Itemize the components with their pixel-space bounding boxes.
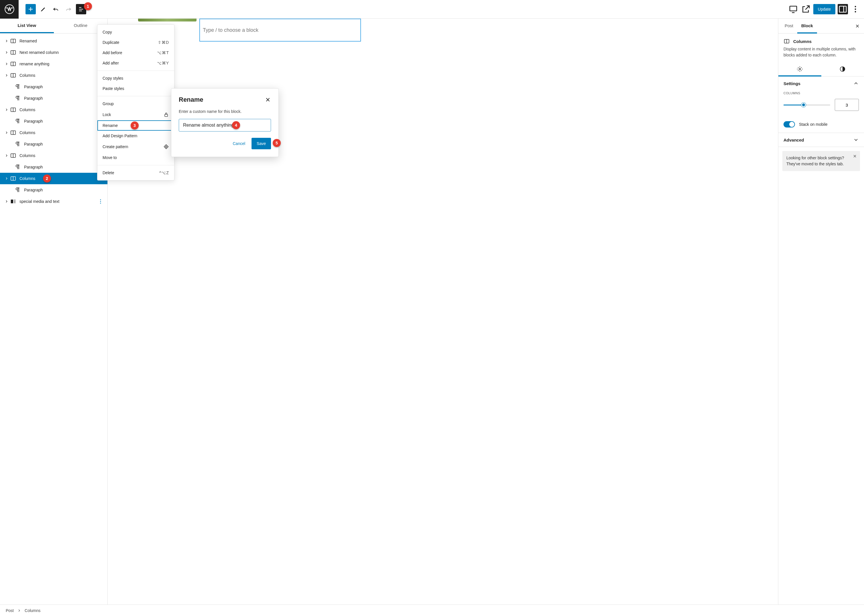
ctx-rename[interactable]: Rename 3 xyxy=(97,120,174,130)
modal-cancel-button[interactable]: Cancel xyxy=(231,138,247,149)
annotation-badge-1: 1 xyxy=(84,2,92,10)
paragraph-icon xyxy=(14,163,21,170)
columns-icon xyxy=(10,152,17,159)
modal-close-button[interactable] xyxy=(265,97,271,103)
chevron-down-icon[interactable] xyxy=(853,137,859,143)
tree-row-columns[interactable]: Columns xyxy=(0,70,107,81)
tree-row-media[interactable]: special media and text xyxy=(0,196,107,207)
ctx-move-to[interactable]: Move to xyxy=(97,152,174,163)
topbar-right: Update xyxy=(788,4,864,14)
tree-row-columns[interactable]: Columns xyxy=(0,104,107,115)
modal-save-button[interactable]: Save xyxy=(251,138,271,149)
wordpress-logo[interactable] xyxy=(0,0,19,19)
block-tree: RenamedNext renamed columnrename anythin… xyxy=(0,33,107,605)
options-button[interactable] xyxy=(850,4,861,14)
block-settings-panel: Post Block Columns Display content in mu… xyxy=(778,19,864,605)
ctx-add-before[interactable]: Add before⌥⌘T xyxy=(97,47,174,58)
more-vertical-icon xyxy=(850,4,861,14)
wordpress-icon xyxy=(5,4,14,14)
ctx-copy-styles[interactable]: Copy styles xyxy=(97,73,174,83)
ctx-copy[interactable]: Copy xyxy=(97,27,174,37)
columns-icon xyxy=(10,49,17,56)
expand-toggle[interactable] xyxy=(3,39,10,43)
subtab-styles[interactable] xyxy=(821,63,864,77)
subtab-settings[interactable] xyxy=(778,63,821,77)
paragraph-icon xyxy=(14,187,21,193)
paragraph-icon xyxy=(14,95,21,102)
ctx-add-design-pattern[interactable]: Add Design Pattern xyxy=(97,130,174,141)
tree-row-label: Paragraph xyxy=(24,119,43,124)
tab-post[interactable]: Post xyxy=(781,19,797,33)
tree-row-columns[interactable]: Columns2 xyxy=(0,173,107,184)
tab-block[interactable]: Block xyxy=(797,19,817,33)
tree-row-label: Columns xyxy=(19,176,35,181)
expand-toggle[interactable] xyxy=(3,176,10,181)
left-tabs: List View Outline xyxy=(0,19,107,33)
update-button[interactable]: Update xyxy=(813,4,835,14)
redo-icon xyxy=(65,6,72,13)
svg-point-6 xyxy=(855,11,856,13)
ctx-create-pattern[interactable]: Create pattern xyxy=(97,141,174,152)
tree-row-paragraph[interactable]: Paragraph xyxy=(0,93,107,104)
expand-toggle[interactable] xyxy=(3,62,10,66)
list-view-toggle-button[interactable]: 1 xyxy=(76,4,86,14)
tree-row-columns[interactable]: Columns xyxy=(0,127,107,138)
tree-row-label: Columns xyxy=(19,153,35,158)
settings-panel-toggle[interactable] xyxy=(838,4,848,14)
ctx-lock[interactable]: Lock xyxy=(97,109,174,120)
ctx-paste-styles[interactable]: Paste styles xyxy=(97,83,174,94)
view-button[interactable] xyxy=(788,4,798,14)
undo-button[interactable] xyxy=(51,4,61,14)
svg-point-5 xyxy=(855,9,856,10)
tab-list-view[interactable]: List View xyxy=(0,19,54,33)
breadcrumb-root[interactable]: Post xyxy=(6,608,14,613)
tools-button[interactable] xyxy=(38,4,49,14)
tree-row-paragraph[interactable]: Paragraph xyxy=(0,138,107,150)
row-options-button[interactable] xyxy=(97,198,104,205)
tree-row-paragraph[interactable]: Paragraph xyxy=(0,161,107,173)
annotation-badge-4: 4 xyxy=(232,121,240,129)
redo-button[interactable] xyxy=(63,4,74,14)
svg-point-0 xyxy=(5,5,14,14)
pencil-icon xyxy=(40,6,47,13)
stack-on-mobile-toggle[interactable] xyxy=(784,121,795,127)
empty-block-placeholder[interactable]: Type / to choose a block xyxy=(200,19,361,42)
chevron-right-icon xyxy=(17,608,21,613)
tree-row-paragraph[interactable]: Paragraph xyxy=(0,115,107,127)
svg-point-28 xyxy=(100,201,101,202)
svg-point-29 xyxy=(100,203,101,204)
tree-row-label: Columns xyxy=(19,130,35,135)
svg-rect-30 xyxy=(165,114,168,116)
plus-icon xyxy=(27,6,34,13)
ctx-delete[interactable]: Delete^⌥Z xyxy=(97,168,174,178)
close-panel-button[interactable] xyxy=(853,22,862,30)
expand-toggle[interactable] xyxy=(3,154,10,157)
editor-topbar: 1 Update xyxy=(0,0,864,19)
block-card: Columns Display content in multiple colu… xyxy=(778,33,864,60)
tree-row-columns[interactable]: Columns xyxy=(0,150,107,161)
tree-row-label: Columns xyxy=(19,73,35,78)
notice-dismiss-button[interactable] xyxy=(853,154,857,159)
chevron-up-icon[interactable] xyxy=(853,80,859,86)
ctx-duplicate[interactable]: Duplicate⇧⌘D xyxy=(97,37,174,47)
annotation-badge-5: 5 xyxy=(273,139,281,147)
breadcrumb-current: Columns xyxy=(25,608,40,613)
rename-input[interactable] xyxy=(179,119,271,132)
expand-toggle[interactable] xyxy=(3,130,10,135)
columns-number-input[interactable] xyxy=(835,99,859,111)
tree-row-columns[interactable]: Next renamed column xyxy=(0,47,107,58)
columns-slider[interactable] xyxy=(784,102,830,108)
tree-row-columns[interactable]: rename anything xyxy=(0,58,107,70)
tree-row-paragraph[interactable]: Paragraph xyxy=(0,184,107,196)
expand-toggle[interactable] xyxy=(3,200,10,203)
tree-row-paragraph[interactable]: Paragraph xyxy=(0,81,107,93)
expand-toggle[interactable] xyxy=(3,73,10,77)
expand-toggle[interactable] xyxy=(3,50,10,55)
preview-link-button[interactable] xyxy=(801,4,811,14)
add-block-button[interactable] xyxy=(25,4,36,14)
list-view-icon xyxy=(78,6,85,13)
tree-row-columns[interactable]: Renamed xyxy=(0,35,107,47)
expand-toggle[interactable] xyxy=(3,108,10,112)
ctx-add-after[interactable]: Add after⌥⌘Y xyxy=(97,58,174,68)
ctx-group[interactable]: Group xyxy=(97,99,174,109)
